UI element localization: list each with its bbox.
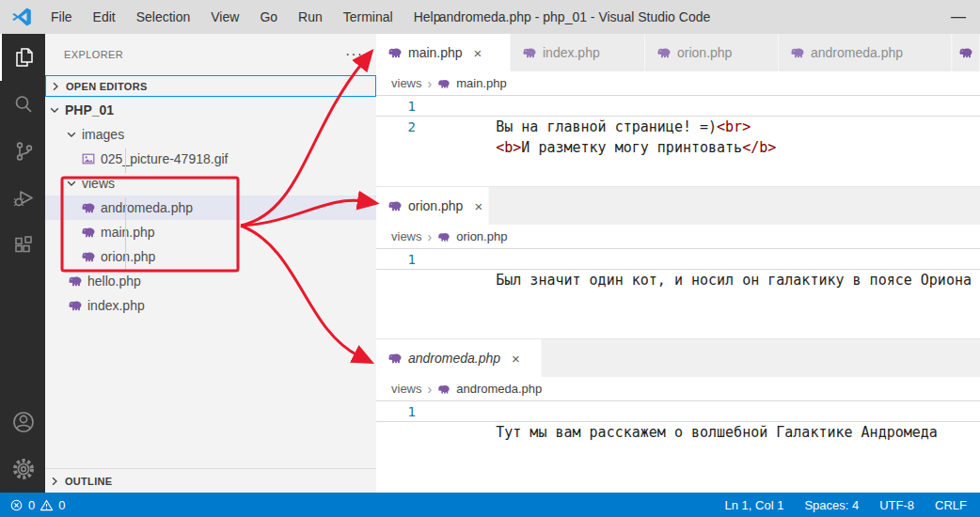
code-line[interactable]: 1Был значит один кот, и носил он галакти… — [376, 248, 980, 270]
php-file-icon — [387, 45, 403, 60]
cursor-position[interactable]: Ln 1, Col 1 — [725, 498, 784, 512]
encoding[interactable]: UTF-8 — [879, 498, 914, 512]
php-file-icon — [522, 45, 537, 60]
breadcrumb-separator: › — [428, 382, 433, 397]
menu-file[interactable]: File — [40, 0, 83, 34]
close-icon[interactable]: × — [474, 46, 482, 60]
close-icon[interactable]: × — [474, 199, 482, 213]
code-line[interactable]: 2<b>И разметку могу принтовать</b> — [376, 117, 980, 138]
code-tag: <b> — [496, 139, 521, 156]
gear-icon — [10, 456, 37, 482]
account-icon[interactable] — [0, 399, 45, 446]
code-editor[interactable]: 1Тут мы вам расскажем о волшебной Галакт… — [376, 400, 980, 422]
tab-andromeda-php[interactable]: andromeda.php × — [376, 339, 542, 377]
tree-file-andromeda[interactable]: andromeda.php — [45, 196, 376, 220]
tree-folder-images[interactable]: images — [45, 122, 376, 147]
php-file-icon — [790, 45, 805, 60]
more-actions-icon[interactable]: ··· — [345, 50, 363, 59]
menu-bar: File Edit Selection View Go Run Terminal… — [40, 0, 450, 34]
sidebar-header: EXPLORER ··· — [45, 34, 376, 75]
breadcrumb-separator: › — [428, 76, 433, 91]
editor-group-2: orion.php × views › orion.php 1Был значи… — [376, 186, 980, 338]
indentation[interactable]: Spaces: 4 — [804, 498, 859, 512]
breadcrumb-folder[interactable]: views — [391, 76, 422, 90]
code-text: И разметку могу принтовать — [521, 139, 742, 156]
php-file-icon — [437, 383, 450, 396]
problems-status[interactable]: 0 0 — [0, 498, 65, 512]
breadcrumb-separator: › — [428, 229, 433, 244]
php-file-icon — [387, 198, 403, 213]
status-right-items: Ln 1, Col 1 Spaces: 4 UTF-8 CRLF — [725, 498, 980, 512]
settings-gear-icon[interactable] — [0, 446, 45, 493]
breadcrumb-file[interactable]: main.php — [456, 76, 506, 90]
php-file-icon — [437, 77, 450, 90]
breadcrumb-file[interactable]: orion.php — [456, 229, 507, 243]
extensions-icon[interactable] — [0, 222, 45, 269]
tree-root-php01[interactable]: PHP_01 — [45, 98, 376, 122]
tree-folder-views[interactable]: views — [45, 171, 376, 196]
tree-file-orion[interactable]: orion.php — [45, 244, 376, 269]
chevron-right-icon — [48, 79, 63, 94]
squares-icon — [11, 233, 36, 258]
tree-file-hello[interactable]: hello.php — [45, 269, 376, 293]
code-line[interactable]: 1Вы на главной странице! =)<br> — [376, 95, 980, 117]
menu-go[interactable]: Go — [249, 0, 288, 34]
breadcrumb[interactable]: views › andromeda.php — [376, 377, 980, 400]
tree-item-label: index.php — [87, 298, 145, 313]
tree-item-label: images — [82, 127, 124, 142]
status-bar: 0 0 Ln 1, Col 1 Spaces: 4 UTF-8 CRLF — [0, 493, 980, 517]
outline-section[interactable]: OUTLINE — [45, 468, 376, 493]
tab-andromeda-php[interactable]: andromeda.php — [779, 34, 952, 71]
outline-label: OUTLINE — [65, 476, 112, 487]
explorer-files-icon[interactable] — [0, 34, 45, 81]
php-file-icon — [437, 230, 450, 243]
code-tag: </b> — [742, 139, 776, 156]
menu-help[interactable]: Help — [403, 0, 451, 34]
code-line[interactable]: 1Тут мы вам расскажем о волшебной Галакт… — [376, 400, 980, 422]
menu-run[interactable]: Run — [288, 0, 333, 34]
indent-guide — [125, 197, 126, 271]
git-branch-icon — [11, 139, 36, 164]
menu-view[interactable]: View — [200, 0, 249, 34]
warning-icon — [40, 498, 54, 512]
warning-count: 0 — [58, 498, 65, 512]
tab-label: main.php — [408, 45, 463, 60]
menu-selection[interactable]: Selection — [126, 0, 201, 34]
search-icon[interactable] — [0, 81, 45, 128]
code-editor[interactable]: 1Вы на главной странице! =)<br> 2<b>И ра… — [376, 95, 980, 138]
open-editors-section[interactable]: OPEN EDITORS — [45, 75, 376, 97]
sidebar-title: EXPLORER — [64, 49, 123, 60]
breadcrumb-folder[interactable]: views — [391, 382, 422, 396]
tab-main-php[interactable]: main.php × — [376, 34, 511, 71]
menu-edit[interactable]: Edit — [83, 0, 126, 34]
line-number: 1 — [376, 96, 416, 117]
activity-bar-spacer — [0, 269, 45, 399]
tab-orion-php[interactable]: orion.php × — [376, 187, 489, 225]
tree-root-label: PHP_01 — [65, 102, 114, 118]
breadcrumb[interactable]: views › main.php — [376, 71, 980, 95]
run-debug-icon[interactable] — [0, 175, 45, 222]
source-control-icon[interactable] — [0, 128, 45, 175]
tab-bar: main.php × index.php orion.php andromeda… — [376, 34, 980, 71]
eol-sequence[interactable]: CRLF — [935, 498, 967, 512]
tab-partial[interactable] — [953, 34, 980, 71]
breadcrumb-file[interactable]: andromeda.php — [456, 382, 542, 396]
tab-index-php[interactable]: index.php — [511, 34, 645, 71]
chevron-right-icon — [47, 474, 62, 489]
tree-file-main[interactable]: main.php — [45, 220, 376, 244]
php-file-icon — [81, 200, 96, 215]
tree-file-gif[interactable]: 025_picture-47918.gif — [45, 147, 376, 171]
menu-terminal[interactable]: Terminal — [333, 0, 403, 34]
breadcrumb[interactable]: views › orion.php — [376, 225, 980, 248]
tree-item-label: orion.php — [101, 249, 155, 264]
tree-file-index[interactable]: index.php — [45, 293, 376, 318]
breadcrumb-folder[interactable]: views — [391, 229, 422, 243]
php-file-icon — [958, 45, 973, 60]
close-icon[interactable]: × — [512, 352, 520, 366]
tab-orion-php[interactable]: orion.php — [645, 34, 779, 71]
code-text: Был значит один кот, и носил он галактик… — [496, 272, 972, 289]
code-editor[interactable]: 1Был значит один кот, и носил он галакти… — [376, 248, 980, 270]
minimize-button[interactable]: — — [937, 0, 980, 34]
editor-group-3: andromeda.php × views › andromeda.php 1Т… — [376, 338, 980, 493]
php-file-icon — [81, 225, 96, 240]
